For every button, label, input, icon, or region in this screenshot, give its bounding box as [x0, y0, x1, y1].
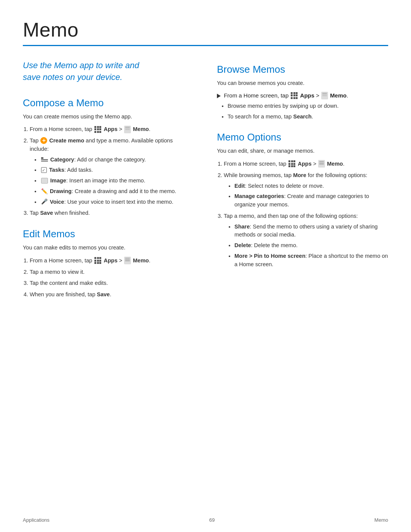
memo-app-icon-2 [124, 257, 131, 264]
drawing-icon: ✏️ [41, 187, 48, 195]
compose-step-3: Tap Save when finished. [30, 209, 190, 217]
right-column: Browse Memos You can browse memos you cr… [213, 60, 388, 303]
options-description: You can edit, share, or manage memos. [217, 147, 388, 155]
options-bullets-2: Edit: Select notes to delete or move. Ma… [234, 182, 388, 209]
page-content: Memo Use the Memo app to write and save … [0, 0, 411, 326]
tasks-option: Tasks: Add tasks. [40, 166, 190, 174]
browse-arrow-step: From a Home screen, tap Apps > Memo. Bro… [217, 92, 388, 121]
category-icon [41, 157, 48, 163]
compose-section-title: Compose a Memo [23, 97, 190, 109]
edit-steps: From a Home screen, tap Apps > Memo. Tap… [30, 257, 190, 299]
intro-text: Use the Memo app to write and save notes… [23, 60, 190, 83]
svg-rect-1 [41, 159, 48, 160]
edit-step-3: Tap the content and make edits. [30, 279, 190, 288]
tasks-icon [41, 167, 47, 173]
share-option: Share: Send the memo to others using a v… [234, 223, 388, 240]
manage-categories-option: Manage categories: Create and manage cat… [234, 192, 388, 209]
options-section: Memo Options You can edit, share, or man… [217, 131, 388, 268]
options-step-3: Tap a memo, and then tap one of the foll… [224, 212, 388, 269]
arrow-icon [217, 94, 221, 98]
pin-option: More > Pin to Home screen: Place a short… [234, 252, 388, 269]
browse-bullet-1: Browse memo entries by swiping up or dow… [228, 102, 388, 110]
apps-grid-icon-3 [291, 92, 298, 99]
drawing-option: ✏️ Drawing: Create a drawing and add it … [40, 187, 190, 196]
svg-rect-0 [41, 157, 43, 159]
apps-grid-icon-4 [288, 160, 295, 167]
page-footer: Applications 69 Memo [23, 517, 388, 523]
edit-section: Edit Memos You can make edits to memos y… [23, 228, 190, 299]
edit-step-1: From a Home screen, tap Apps > Memo. [30, 257, 190, 265]
edit-section-title: Edit Memos [23, 228, 190, 240]
compose-options-list: Category: Add or change the category. Ta… [40, 156, 190, 206]
edit-step-4: When you are finished, tap Save. [30, 291, 190, 299]
browse-bullets: Browse memo entries by swiping up or dow… [228, 102, 388, 121]
browse-bullet-2: To search for a memo, tap Search. [228, 113, 388, 121]
footer-center: 69 [209, 517, 215, 523]
browse-description: You can browse memos you create. [217, 79, 388, 88]
compose-description: You can create memos using the Memo app. [23, 113, 190, 121]
memo-app-icon-4 [318, 160, 325, 168]
footer-left: Applications [23, 517, 49, 523]
compose-step-2: Tap + Create memo and type a memo. Avail… [30, 137, 190, 206]
create-memo-icon: + [40, 137, 47, 144]
image-option: Image: Insert an image into the memo. [40, 177, 190, 185]
options-bullets-3: Share: Send the memo to others using a v… [234, 223, 388, 269]
image-icon [41, 178, 48, 184]
svg-rect-2 [41, 161, 48, 161]
options-section-title: Memo Options [217, 131, 388, 143]
options-step-1: From a Home screen, tap Apps > Memo. [224, 160, 388, 168]
edit-description: You can make edits to memos you create. [23, 244, 190, 252]
voice-icon: 🎤 [41, 198, 48, 206]
voice-option: 🎤 Voice: Use your voice to insert text i… [40, 198, 190, 206]
options-step-2: While browsing memos, tap More for the f… [224, 171, 388, 209]
apps-grid-icon-2 [94, 257, 101, 264]
edit-option: Edit: Select notes to delete or move. [234, 182, 388, 190]
compose-steps: From a Home screen, tap Apps > Memo. Tap… [30, 125, 190, 217]
compose-step-1: From a Home screen, tap Apps > Memo. [30, 125, 190, 134]
apps-grid-icon [94, 126, 101, 133]
delete-option: Delete: Delete the memo. [234, 241, 388, 250]
title-divider [23, 45, 388, 46]
memo-app-icon-3 [321, 92, 328, 99]
page-title: Memo [23, 18, 388, 41]
browse-section-title: Browse Memos [217, 64, 388, 75]
footer-right: Memo [374, 517, 388, 523]
main-content: Use the Memo app to write and save notes… [23, 60, 388, 303]
options-steps: From a Home screen, tap Apps > Memo. Whi… [224, 160, 388, 268]
edit-step-2: Tap a memo to view it. [30, 268, 190, 276]
left-column: Use the Memo app to write and save notes… [23, 60, 198, 303]
memo-app-icon [124, 126, 131, 133]
category-option: Category: Add or change the category. [40, 156, 190, 164]
